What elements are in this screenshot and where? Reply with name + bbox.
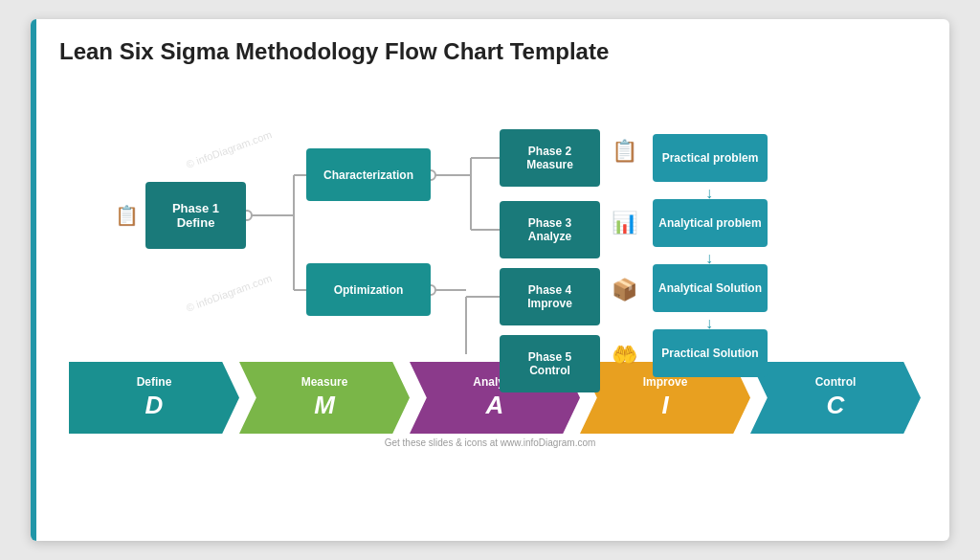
phase5-icon: 🤲 [612, 343, 637, 368]
phase2-icon: 📋 [612, 139, 637, 164]
rbox1-label: Practical problem [662, 151, 759, 165]
dmaic-label-measure: Measure [301, 375, 348, 389]
diagram-area: 📋 Phase 1 Define Characterization Optimi… [69, 77, 921, 354]
rbox3-label: Analytical Solution [658, 281, 762, 295]
phase2-label2: Measure [526, 158, 573, 171]
footer-text: Get these slides & icons at www.infoDiag… [59, 437, 921, 448]
rbox2-label: Analytical problem [658, 216, 761, 230]
phase5-label1: Phase 5 [528, 350, 571, 364]
dmaic-letter-improve: I [661, 391, 668, 420]
optimization-box: Optimization [306, 263, 431, 316]
phase3-box: Phase 3 Analyze [500, 201, 600, 258]
rbox4-label: Practical Solution [661, 347, 758, 360]
dmaic-item-measure: MeasureM [239, 362, 410, 434]
dmaic-letter-control: C [827, 391, 845, 420]
characterization-box: Characterization [306, 148, 431, 201]
dmaic-item-control: ControlC [750, 362, 921, 434]
rbox4: Practical Solution [653, 329, 768, 377]
dmaic-label-control: Control [815, 375, 857, 389]
dmaic-letter-define: D [145, 391, 164, 420]
dmaic-letter-measure: M [314, 391, 335, 420]
slide: Lean Six Sigma Methodology Flow Chart Te… [31, 19, 949, 541]
phase1-icon: 📋 [115, 204, 139, 227]
phase4-icon: 📦 [612, 278, 637, 302]
rbox1: Practical problem [653, 134, 768, 182]
dmaic-label-improve: Improve [643, 375, 688, 389]
phase2-label1: Phase 2 [528, 145, 571, 158]
characterization-label: Characterization [323, 168, 413, 182]
optimization-label: Optimization [334, 283, 404, 297]
rbox3: Analytical Solution [653, 264, 768, 312]
phase5-label2: Control [529, 364, 570, 377]
accent-bar [31, 19, 36, 541]
phase3-label2: Analyze [528, 230, 571, 243]
rbox2: Analytical problem [653, 199, 768, 247]
dmaic-letter-analyze: A [486, 391, 504, 420]
phase3-label1: Phase 3 [528, 216, 571, 230]
phase1-label1: Phase 1 [172, 201, 219, 215]
phase4-box: Phase 4 Improve [500, 268, 600, 325]
phase4-label1: Phase 4 [528, 283, 571, 297]
phase3-icon: 📊 [612, 211, 637, 235]
phase1-box: Phase 1 Define [145, 182, 246, 249]
phase4-label2: Improve [527, 297, 572, 310]
phase5-box: Phase 5 Control [500, 335, 600, 392]
phase1-label2: Define [177, 215, 215, 230]
dmaic-bar: DefineDMeasureMAnalyzeAImproveIControlC [69, 362, 921, 434]
dmaic-label-define: Define [137, 375, 172, 389]
phase2-box: Phase 2 Measure [500, 129, 600, 187]
slide-title: Lean Six Sigma Methodology Flow Chart Te… [59, 38, 921, 65]
dmaic-item-define: DefineD [69, 362, 239, 434]
